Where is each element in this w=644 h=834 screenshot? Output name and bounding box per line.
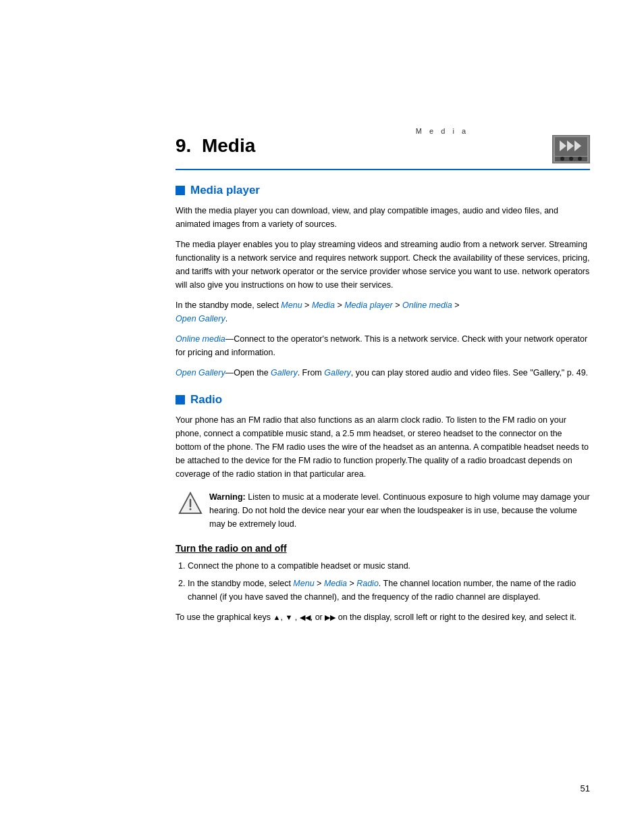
- content-area: 9. Media M: [0, 0, 644, 685]
- key-prev: ◀◀: [300, 612, 311, 624]
- link-gallery-1[interactable]: Gallery: [271, 368, 298, 377]
- open-gallery-definition: Open Gallery—Open the Gallery. From Gall…: [176, 366, 590, 380]
- link-open-gallery-heading[interactable]: Open Gallery: [176, 314, 225, 323]
- chapter-icon: [552, 135, 590, 163]
- step-1: Connect the phone to a compatible headse…: [188, 559, 590, 573]
- link-media-player[interactable]: Media player: [344, 301, 393, 310]
- warning-body: Listen to music at a moderate level. Con…: [209, 492, 590, 529]
- warning-text: Warning: Listen to music at a moderate l…: [209, 490, 590, 531]
- radio-section-heading: Radio: [176, 393, 590, 407]
- svg-point-6: [560, 157, 564, 161]
- turn-radio-steps: Connect the phone to a compatible headse…: [188, 559, 590, 604]
- link-online-media[interactable]: Online media: [402, 301, 452, 310]
- link-media-radio[interactable]: Media: [324, 579, 347, 588]
- radio-title: Radio: [190, 393, 222, 407]
- warning-label: Warning:: [209, 492, 246, 502]
- section-square-media-player: [176, 186, 185, 195]
- step-1-text: Connect the phone to a compatible headse…: [188, 561, 410, 571]
- link-radio[interactable]: Radio: [356, 579, 379, 588]
- link-media[interactable]: Media: [312, 301, 335, 310]
- svg-point-8: [578, 157, 582, 161]
- link-online-media-def[interactable]: Online media: [176, 334, 225, 344]
- svg-point-7: [569, 157, 573, 161]
- media-player-section-heading: Media player: [176, 184, 590, 197]
- section-square-radio: [176, 395, 185, 405]
- media-player-para-1: With the media player you can download, …: [176, 204, 590, 231]
- page: M e d i a 9. Media: [0, 0, 644, 834]
- key-next: ▶▶: [325, 612, 336, 624]
- graphical-keys-text: To use the graphical keys ▲, ▼ , ◀◀, or …: [176, 610, 590, 624]
- page-number: 51: [581, 783, 590, 793]
- header-label: M e d i a: [416, 127, 468, 135]
- turn-radio-heading: Turn the radio on and off: [176, 543, 590, 554]
- key-up: ▲: [273, 612, 281, 624]
- link-gallery-2[interactable]: Gallery: [324, 368, 351, 377]
- link-menu-radio[interactable]: Menu: [293, 579, 314, 588]
- radio-para-1: Your phone has an FM radio that also fun…: [176, 413, 590, 481]
- step-2: In the standby mode, select Menu > Media…: [188, 577, 590, 604]
- chapter-header: 9. Media: [176, 135, 590, 170]
- link-open-gallery-def[interactable]: Open Gallery: [176, 368, 225, 377]
- warning-icon: [178, 492, 203, 516]
- media-player-standby: In the standby mode, select Menu > Media…: [176, 298, 590, 325]
- media-player-para-2: The media player enables you to play str…: [176, 238, 590, 292]
- media-player-title: Media player: [190, 184, 260, 197]
- chapter-title: 9. Media: [176, 135, 255, 157]
- warning-box: Warning: Listen to music at a moderate l…: [176, 490, 590, 531]
- svg-point-13: [190, 509, 192, 511]
- link-menu[interactable]: Menu: [281, 301, 302, 310]
- key-down: ▼: [285, 612, 292, 624]
- online-media-definition: Online media—Connect to the operator's n…: [176, 332, 590, 359]
